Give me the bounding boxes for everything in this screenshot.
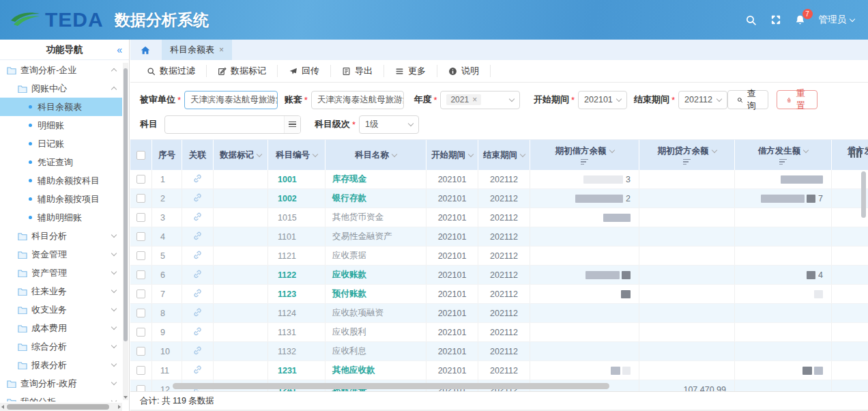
tab-close-icon[interactable]: × [219, 45, 224, 55]
sidebar-item-明细账[interactable]: 明细账 [0, 116, 122, 134]
query-button[interactable]: 查询 [727, 90, 768, 109]
sidebar-item-辅助明细账[interactable]: 辅助明细账 [0, 208, 122, 227]
search-icon[interactable] [745, 14, 757, 26]
table-horizontal-scrollbar[interactable] [173, 383, 609, 389]
year-select[interactable]: 2021 × [440, 91, 520, 109]
toolbar-button-info[interactable]: 说明 [437, 65, 491, 77]
link-icon[interactable] [193, 308, 202, 319]
cell-link[interactable] [182, 246, 214, 265]
sidebar-folder-我的分析[interactable]: 我的分析 [0, 393, 122, 401]
start-period-select[interactable]: 202101 [578, 91, 627, 109]
sidebar-folder-阅账中心[interactable]: 阅账中心 [0, 79, 122, 98]
row-checkbox[interactable] [136, 270, 145, 279]
row-checkbox[interactable] [136, 366, 145, 375]
cell-sel[interactable] [130, 285, 152, 303]
sidebar-folder-查询分析-企业[interactable]: 查询分析-企业 [0, 61, 122, 79]
fullscreen-icon[interactable] [770, 14, 782, 26]
cell-sel[interactable] [130, 208, 152, 227]
cell-link[interactable] [182, 361, 214, 380]
select-all-checkbox[interactable] [130, 140, 152, 170]
cell-link[interactable] [182, 208, 214, 227]
cell-sel[interactable] [130, 246, 152, 265]
link-icon[interactable] [193, 346, 202, 357]
column-settings-icon[interactable] [850, 149, 861, 158]
cell-code[interactable]: 1123 [268, 285, 326, 303]
column-header-qjd[interactable]: 期初贷方余额 [639, 140, 735, 170]
sidebar-folder-资金管理[interactable]: 资金管理 [0, 245, 122, 264]
row-checkbox[interactable] [136, 328, 145, 337]
sidebar-folder-往来业务[interactable]: 往来业务 [0, 282, 122, 300]
row-checkbox[interactable] [136, 385, 145, 391]
sidebar-folder-报表分析[interactable]: 报表分析 [0, 356, 122, 374]
cell-name[interactable]: 预付账款 [326, 285, 426, 303]
toolbar-button-search[interactable]: 数据过滤 [136, 65, 207, 77]
cell-code[interactable]: 1002 [268, 189, 326, 208]
link-icon[interactable] [193, 231, 202, 242]
column-header-name[interactable]: 科目名称 [326, 140, 426, 170]
link-icon[interactable] [193, 251, 202, 261]
link-icon[interactable] [193, 174, 202, 185]
reset-button[interactable]: 重置 [777, 90, 818, 109]
sidebar-item-辅助余额按科目[interactable]: 辅助余额按科目 [0, 171, 122, 190]
column-header-mark[interactable]: 数据标记 [214, 140, 268, 170]
cell-link[interactable] [182, 323, 214, 341]
toolbar-button-menu[interactable]: 更多 [384, 65, 437, 77]
cell-name[interactable]: 应收账款 [326, 266, 426, 284]
sidebar-folder-综合分析[interactable]: 综合分析 [0, 337, 122, 356]
audited-unit-input[interactable]: 天津滨海泰达航母旅游集团股份 [184, 91, 278, 109]
cell-sel[interactable] [130, 380, 152, 391]
row-checkbox[interactable] [136, 175, 145, 184]
link-icon[interactable] [193, 270, 202, 281]
cell-link[interactable] [182, 170, 214, 188]
column-filter-icon[interactable] [581, 159, 588, 165]
cell-sel[interactable] [130, 304, 152, 322]
account-book-input[interactable]: 天津滨海泰达航母旅游集团股份 [311, 91, 405, 109]
cell-code[interactable]: 1231 [268, 361, 326, 380]
notifications-bell-icon[interactable]: 7 [794, 14, 807, 26]
sidebar-folder-成本费用[interactable]: 成本费用 [0, 319, 122, 337]
cell-link[interactable] [182, 304, 214, 322]
link-icon[interactable] [193, 212, 202, 223]
cell-sel[interactable] [130, 361, 152, 380]
sidebar-folder-资产管理[interactable]: 资产管理 [0, 264, 122, 282]
row-checkbox[interactable] [136, 289, 145, 298]
cell-sel[interactable] [130, 266, 152, 284]
cell-code[interactable]: 1001 [268, 170, 326, 188]
row-checkbox[interactable] [136, 232, 145, 241]
subject-level-select[interactable]: 1级 [359, 115, 419, 134]
tag-close-icon[interactable]: × [472, 95, 477, 104]
cell-name[interactable]: 其他应收款 [326, 361, 426, 380]
toolbar-button-export[interactable]: 导出 [331, 65, 384, 77]
sidebar-item-凭证查询[interactable]: 凭证查询 [0, 153, 122, 171]
cell-link[interactable] [182, 266, 214, 284]
cell-sel[interactable] [130, 170, 152, 188]
sidebar-collapse-icon[interactable]: « [117, 44, 122, 55]
sidebar-item-日记账[interactable]: 日记账 [0, 134, 122, 153]
row-checkbox[interactable] [136, 251, 145, 260]
sidebar-folder-科目分析[interactable]: 科目分析 [0, 227, 122, 245]
sidebar-item-辅助余额按项目[interactable]: 辅助余额按项目 [0, 190, 122, 208]
row-checkbox[interactable] [136, 309, 145, 317]
column-header-code[interactable]: 科目编号 [268, 140, 326, 170]
home-icon[interactable] [140, 45, 151, 55]
table-vertical-scrollbar[interactable] [861, 171, 866, 218]
row-checkbox[interactable] [136, 347, 145, 356]
cell-link[interactable] [182, 227, 214, 246]
cell-link[interactable] [182, 189, 214, 208]
column-header-link[interactable]: 关联 [182, 140, 214, 170]
column-header-no[interactable]: 序号 [152, 140, 182, 170]
cell-sel[interactable] [130, 342, 152, 360]
subject-input[interactable] [164, 115, 301, 134]
tab-subject-balance[interactable]: 科目余额表 × [162, 40, 232, 60]
cell-name[interactable]: 银行存款 [326, 189, 426, 208]
sidebar-folder-收支业务[interactable]: 收支业务 [0, 300, 122, 319]
link-icon[interactable] [193, 289, 202, 300]
sidebar-item-科目余额表[interactable]: 科目余额表 [0, 98, 122, 116]
cell-sel[interactable] [130, 323, 152, 341]
toolbar-button-edit[interactable]: 数据标记 [207, 65, 278, 77]
column-header-qjb[interactable]: 期初借方余额 [530, 140, 639, 170]
column-header-start[interactable]: 开始期间 [426, 140, 478, 170]
link-icon[interactable] [193, 193, 202, 204]
column-header-jf[interactable]: 借方发生额 [735, 140, 832, 170]
cell-link[interactable] [182, 285, 214, 303]
